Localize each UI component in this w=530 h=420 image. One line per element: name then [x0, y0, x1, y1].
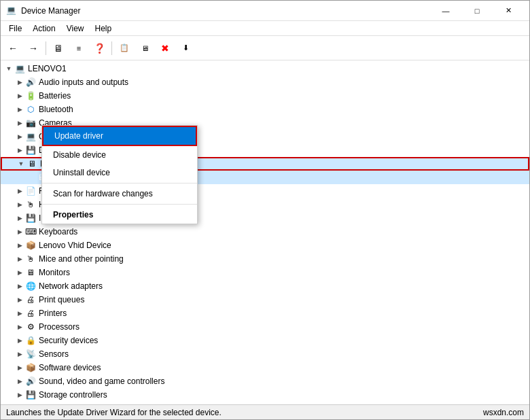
tree-item-software[interactable]: ▶ 📦 Software devices [1, 361, 529, 374]
network-label: Network adapters [39, 281, 103, 291]
keyboards-label: Keyboards [39, 227, 77, 237]
back-button[interactable]: ← [3, 39, 22, 58]
menu-file[interactable]: File [3, 22, 27, 35]
security-expand-icon: ▶ [14, 335, 25, 346]
computer-icon: 💻 [25, 131, 36, 142]
menu-help[interactable]: Help [90, 22, 118, 35]
tree-item-audio[interactable]: ▶ 🔊 Audio inputs and outputs [1, 75, 529, 89]
disable-button[interactable]: ✖ [156, 39, 175, 58]
close-button[interactable]: ✕ [493, 1, 524, 21]
bluetooth-label: Bluetooth [39, 105, 73, 114]
tree-item-print-queues[interactable]: ▶ 🖨 Print queues [1, 293, 529, 307]
ctx-uninstall-device[interactable]: Uninstall device [42, 164, 197, 181]
ctx-properties-label: Properties [53, 210, 93, 220]
tree-item-lenovo[interactable]: ▶ 📦 Lenovo Vhid Device [1, 239, 529, 252]
ctx-properties[interactable]: Properties [42, 206, 197, 224]
storage-expand-icon: ▶ [14, 389, 25, 400]
tree-item-sound[interactable]: ▶ 🔊 Sound, video and game controllers [1, 374, 529, 388]
root-expand-icon: ▼ [3, 63, 14, 74]
ctx-separator-1 [42, 183, 197, 183]
sensors-expand-icon: ▶ [14, 349, 25, 360]
printers-label: Printers [39, 309, 67, 318]
tree-item-storage[interactable]: ▶ 💾 Storage controllers [1, 388, 529, 402]
mice-icon: 🖱 [25, 253, 36, 264]
uninstall-button[interactable]: ⬇ [176, 39, 195, 58]
menu-view[interactable]: View [61, 22, 90, 35]
firmware-expand-icon: ▶ [14, 186, 25, 196]
bluetooth-expand-icon: ▶ [14, 104, 25, 115]
printers-expand-icon: ▶ [14, 308, 25, 319]
menu-bar: File Action View Help [1, 21, 529, 36]
system-expand-icon: ▶ [14, 403, 25, 404]
ctx-update-driver-label: Update driver [54, 131, 103, 141]
title-bar-left: 💻 Device Manager [6, 5, 80, 16]
title-bar-controls: — □ ✕ [430, 1, 524, 21]
toolbar: ← → 🖥 ≡ ❓ 📋 🖥 ✖ ⬇ [1, 36, 529, 60]
firmware-icon: 📄 [25, 186, 36, 196]
audio-label: Audio inputs and outputs [39, 77, 128, 87]
network-icon: 🌐 [25, 281, 36, 292]
properties-button[interactable]: 📋 [115, 39, 134, 58]
ctx-disable-device[interactable]: Disable device [42, 146, 197, 164]
window-title: Device Manager [21, 6, 80, 16]
tree-item-security[interactable]: ▶ 🔒 Security devices [1, 334, 529, 347]
tree-panel[interactable]: ▼ 💻 LENOVO1 ▶ 🔊 Audio inputs and outputs… [1, 60, 529, 404]
device-manager-window: 💻 Device Manager — □ ✕ File Action View … [0, 0, 530, 420]
forward-button[interactable]: → [24, 39, 43, 58]
help-button[interactable]: ❓ [90, 39, 109, 58]
mice-label: Mice and other pointing [39, 254, 124, 264]
show-computer-button[interactable]: 🖥 [49, 39, 68, 58]
tree-item-batteries[interactable]: ▶ 🔋 Batteries [1, 89, 529, 103]
cameras-expand-icon: ▶ [14, 118, 25, 128]
print-queues-label: Print queues [39, 295, 84, 304]
system-icon: ⚙ [25, 403, 36, 404]
sound-icon: 🔊 [25, 376, 36, 387]
ctx-scan-hardware-label: Scan for hardware changes [53, 189, 153, 198]
bluetooth-icon: ⬡ [25, 104, 36, 115]
batteries-label: Batteries [39, 91, 71, 101]
tree-item-printers[interactable]: ▶ 🖨 Printers [1, 307, 529, 320]
tree-item-processors[interactable]: ▶ ⚙ Processors [1, 320, 529, 334]
processors-icon: ⚙ [25, 321, 36, 332]
cameras-icon: 📷 [25, 118, 36, 128]
audio-expand-icon: ▶ [14, 77, 25, 88]
lenovo-label: Lenovo Vhid Device [39, 241, 111, 250]
computer-expand-icon: ▶ [14, 131, 25, 142]
monitors-icon: 🖥 [25, 267, 36, 278]
minimize-button[interactable]: — [430, 1, 461, 21]
tree-item-sensors[interactable]: ▶ 📡 Sensors [1, 347, 529, 361]
tree-root[interactable]: ▼ 💻 LENOVO1 [1, 62, 529, 75]
status-right: wsxdn.com [483, 408, 524, 417]
keyboards-icon: ⌨ [25, 226, 36, 237]
list-button[interactable]: ≡ [69, 39, 88, 58]
ctx-separator-2 [42, 204, 197, 205]
root-icon: 💻 [14, 63, 25, 74]
status-text: Launches the Update Driver Wizard for th… [6, 408, 222, 417]
update-driver-button[interactable]: 🖥 [135, 39, 154, 58]
tree-item-network[interactable]: ▶ 🌐 Network adapters [1, 279, 529, 293]
toolbar-separator-1 [46, 41, 46, 55]
lenovo-icon: 📦 [25, 240, 36, 251]
printers-icon: 🖨 [25, 308, 36, 319]
menu-action[interactable]: Action [27, 22, 60, 35]
tree-item-bluetooth[interactable]: ▶ ⬡ Bluetooth [1, 103, 529, 116]
processors-expand-icon: ▶ [14, 321, 25, 332]
ctx-disable-device-label: Disable device [53, 150, 106, 160]
display-expand-icon: ▼ [16, 158, 26, 169]
ide-expand-icon: ▶ [14, 213, 25, 224]
tree-item-keyboards[interactable]: ▶ ⌨ Keyboards [1, 225, 529, 239]
maximize-button[interactable]: □ [461, 1, 493, 21]
tree-item-monitors[interactable]: ▶ 🖥 Monitors [1, 266, 529, 279]
toolbar-separator-2 [111, 41, 112, 55]
batteries-icon: 🔋 [25, 90, 36, 101]
title-bar: 💻 Device Manager — □ ✕ [1, 1, 529, 21]
software-label: Software devices [39, 363, 101, 372]
hid-icon: 🖱 [25, 199, 36, 210]
sound-label: Sound, video and game controllers [39, 377, 164, 386]
tree-item-mice[interactable]: ▶ 🖱 Mice and other pointing [1, 252, 529, 266]
ctx-update-driver[interactable]: Update driver [42, 126, 197, 146]
sensors-icon: 📡 [25, 349, 36, 360]
ctx-scan-hardware[interactable]: Scan for hardware changes [42, 185, 197, 203]
context-menu: Update driver Disable device Uninstall d… [41, 125, 198, 224]
tree-item-system[interactable]: ▶ ⚙ System devices [1, 402, 529, 404]
